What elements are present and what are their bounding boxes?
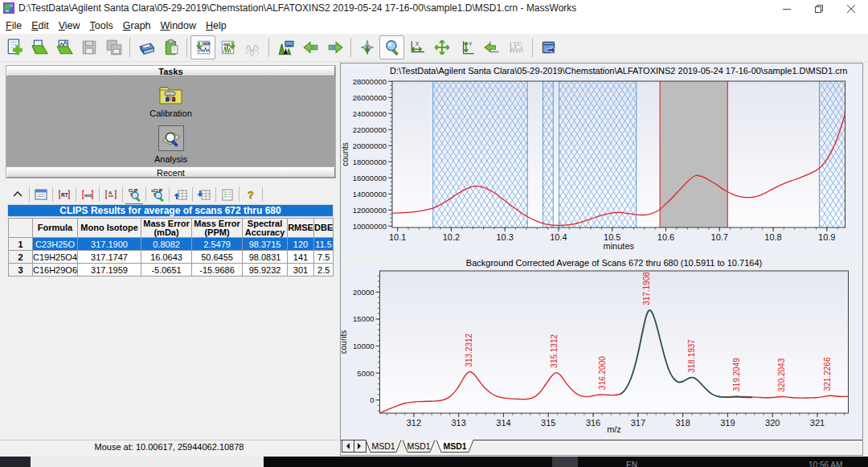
zoom-button[interactable] [379, 35, 404, 59]
row-number[interactable]: 1 [9, 238, 33, 251]
open-data-button[interactable] [51, 35, 76, 59]
spectrum-view-button[interactable]: m/z [215, 35, 240, 59]
task-calibration[interactable]: Calibration [6, 84, 335, 118]
spectrum-chart[interactable]: 3123133143153163173183193203210500010000… [341, 259, 862, 437]
peak-label: 320.2043 [777, 358, 786, 391]
cell[interactable]: 16.0643 [141, 251, 192, 264]
cell[interactable]: 98.3715 [243, 238, 288, 251]
column-header[interactable]: Spectral Accuracy [243, 219, 288, 238]
sclips-button[interactable]: sCLIPS [148, 186, 167, 203]
open-file-button[interactable] [27, 35, 51, 59]
svg-text:10000: 10000 [353, 342, 374, 350]
cell[interactable]: 317.1747 [78, 251, 141, 264]
help-contents-button[interactable] [536, 35, 561, 59]
peak-label: 321.2266 [823, 357, 832, 391]
y-scale-button[interactable]: Y [454, 35, 479, 59]
tic-button[interactable]: TIC [504, 35, 529, 59]
cell[interactable]: 120 [288, 238, 314, 251]
results-row-2[interactable]: 2C19H25O4317.174716.064350.645598.083114… [9, 251, 334, 264]
cell[interactable]: 2.5 [314, 264, 334, 277]
menu-window[interactable]: Window [156, 18, 201, 33]
taskbar-clock[interactable]: 10:56 AM [809, 461, 842, 467]
report-window-button[interactable] [31, 186, 51, 203]
cell[interactable]: 317.1900 [78, 238, 141, 251]
zoom-icon [383, 39, 401, 56]
mz-search-button[interactable]: m/z [78, 186, 97, 203]
menu-edit[interactable]: Edit [27, 18, 54, 33]
cell[interactable]: 95.9232 [243, 264, 288, 277]
task-analysis[interactable]: Analysis [6, 125, 335, 164]
cell[interactable]: 50.6455 [192, 251, 243, 264]
column-header[interactable]: RMSE [288, 219, 314, 238]
column-header[interactable] [9, 219, 33, 238]
cell[interactable]: 301 [288, 264, 314, 277]
collapse-button[interactable] [8, 186, 27, 203]
menu-file[interactable]: File [1, 18, 27, 33]
amp-search-button[interactable]: A [101, 186, 121, 203]
results-table[interactable]: FormulaMono IsotopeMass Error (mDa)Mass … [8, 218, 334, 277]
print-button[interactable] [133, 35, 158, 59]
cell[interactable]: -15.9686 [192, 264, 243, 277]
windows-taskbar[interactable]: EN 10:56 AM [0, 457, 868, 467]
peaks-display-button[interactable] [272, 35, 297, 59]
menu-tools[interactable]: Tools [85, 18, 118, 33]
x-scale-button[interactable]: X [404, 35, 429, 59]
svg-text:318: 318 [675, 418, 690, 428]
row-number[interactable]: 3 [9, 264, 33, 277]
results-toolbar-separator [262, 187, 263, 202]
column-header[interactable]: Mass Error (mDa) [141, 219, 192, 238]
svg-text:20000000: 20000000 [353, 141, 387, 150]
pan-button[interactable] [429, 35, 454, 59]
results-row-3[interactable]: 3C16H29O6317.1959-5.0651-15.968695.92323… [9, 264, 334, 277]
report-button[interactable] [218, 186, 237, 203]
svg-text:10000000: 10000000 [353, 222, 387, 231]
svg-text:?: ? [248, 189, 254, 201]
rt-search-button[interactable]: RT [55, 186, 74, 203]
print-icon [137, 39, 155, 56]
restore-button[interactable] [803, 0, 835, 17]
minimize-button[interactable] [771, 0, 803, 17]
chromatogram-view-button[interactable]: min [190, 35, 215, 59]
save-button[interactable] [76, 35, 101, 59]
overlay-spectra-button[interactable] [240, 35, 265, 59]
new-file-button[interactable] [2, 35, 27, 59]
cell[interactable]: 317.1959 [78, 264, 141, 277]
save-all-button[interactable] [101, 35, 126, 59]
reset-axis-button[interactable] [479, 35, 504, 59]
close-button[interactable] [835, 0, 867, 17]
taskbar-start-segment[interactable] [0, 457, 31, 467]
cell[interactable]: 98.0831 [243, 251, 288, 264]
clips-button[interactable]: CLIPS [125, 186, 144, 203]
help-button[interactable]: ? [241, 186, 260, 203]
cell[interactable]: 7.5 [314, 251, 334, 264]
cell[interactable]: 141 [288, 251, 314, 264]
column-header[interactable]: Mass Error (PPM) [192, 219, 243, 238]
svg-text:5000: 5000 [357, 369, 374, 378]
paste-button[interactable] [158, 35, 183, 59]
title-bar: D:\TestData\Agilent Santa Clara\05-29-20… [0, 0, 868, 17]
back-button[interactable] [297, 35, 322, 59]
cell[interactable]: C19H25O4 [33, 251, 78, 264]
menu-help[interactable]: Help [201, 18, 231, 33]
forward-button[interactable] [322, 35, 347, 59]
cell[interactable]: 0.8082 [141, 238, 192, 251]
taskbar-language[interactable]: EN [626, 461, 637, 467]
menu-view[interactable]: View [54, 18, 85, 33]
column-header[interactable]: Mono Isotope [78, 219, 141, 238]
results-row-1[interactable]: 1C23H25O317.19000.80822.547998.371512011… [9, 238, 334, 251]
row-number[interactable]: 2 [9, 251, 33, 264]
column-header[interactable]: DBE [314, 219, 334, 238]
cell[interactable]: 11.5 [314, 238, 334, 251]
chromatogram-chart[interactable]: 10.110.210.310.410.510.610.710.810.91000… [341, 63, 862, 255]
cell[interactable]: -5.0651 [141, 264, 192, 277]
taskbar-app-segment[interactable] [31, 457, 264, 467]
export-table-button[interactable] [194, 186, 214, 203]
cell[interactable]: C16H29O6 [33, 264, 78, 277]
cell[interactable]: 2.5479 [192, 238, 243, 251]
fly-to-button[interactable] [354, 35, 379, 59]
import-table-button[interactable] [171, 186, 190, 203]
cell[interactable]: C23H25O [33, 238, 78, 251]
menu-graph[interactable]: Graph [118, 18, 156, 33]
taskbar-tray-segment[interactable] [552, 457, 578, 467]
column-header[interactable]: Formula [33, 219, 78, 238]
